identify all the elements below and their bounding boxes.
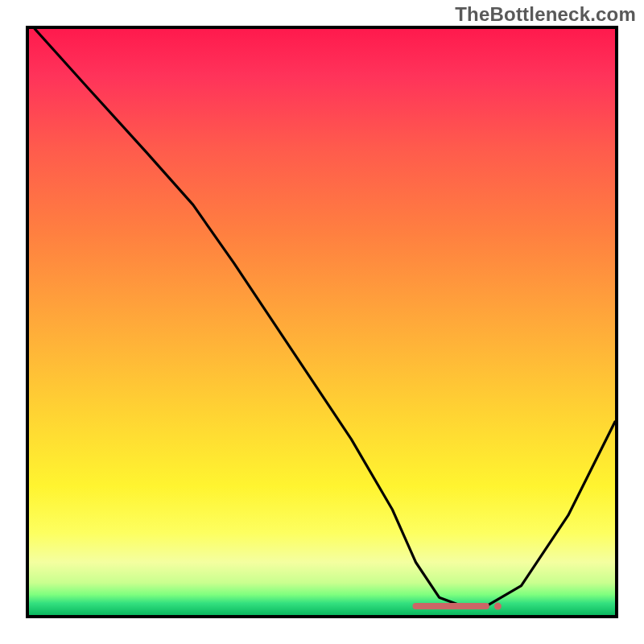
chart-plot-area xyxy=(26,26,618,618)
optimum-dot xyxy=(494,603,502,610)
chart-svg xyxy=(29,29,615,615)
watermark-text: TheBottleneck.com xyxy=(455,3,636,26)
bottleneck-curve-line xyxy=(35,29,615,606)
